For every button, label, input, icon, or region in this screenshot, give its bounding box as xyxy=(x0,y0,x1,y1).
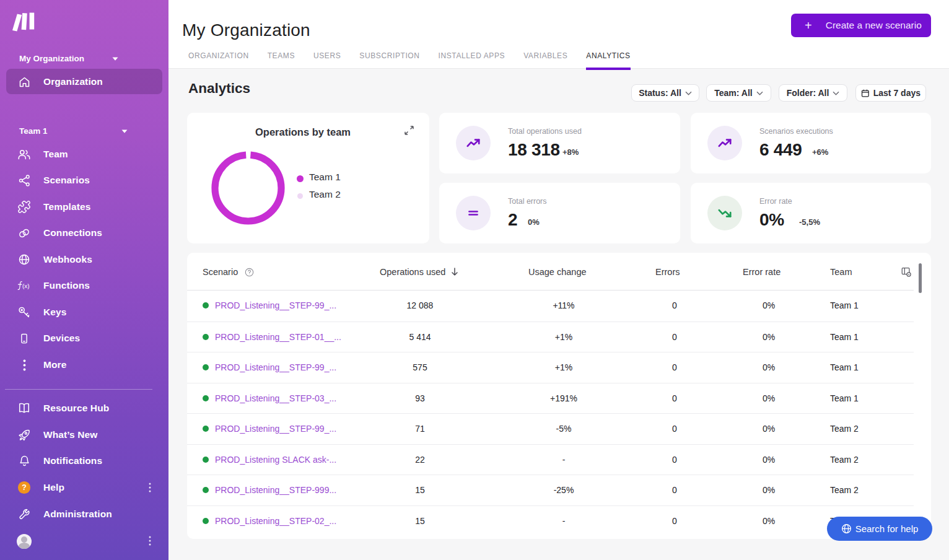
svg-text:?: ? xyxy=(22,483,27,492)
svg-text:(x): (x) xyxy=(22,282,30,289)
